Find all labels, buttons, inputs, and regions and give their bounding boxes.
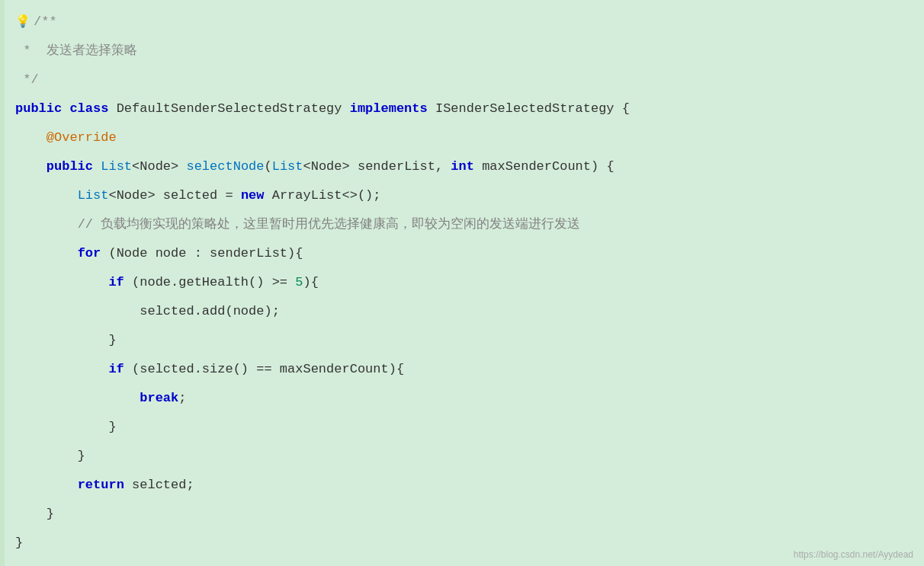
- code-token: ){: [303, 270, 318, 296]
- code-token: @Override: [47, 125, 117, 151]
- code-token: int: [451, 154, 474, 180]
- code-token: selectNode: [186, 154, 264, 180]
- code-token: selcted;: [124, 472, 194, 498]
- code-lines: 💡/** * 发送者选择策略 */public class DefaultSen…: [0, 8, 924, 558]
- code-token: ;: [178, 385, 186, 411]
- code-token: }: [15, 443, 85, 469]
- code-line-15: }: [0, 413, 924, 442]
- code-token: ISenderSelectedStrategy {: [428, 96, 630, 122]
- code-token: return: [78, 472, 124, 498]
- code-token: <Node>: [132, 154, 186, 180]
- code-token: <Node> selcted =: [108, 183, 240, 209]
- code-token: if: [108, 270, 124, 296]
- code-line-11: selcted.add(node);: [0, 297, 924, 326]
- code-token: implements: [350, 96, 428, 122]
- code-token: (selcted.size() == maxSenderCount){: [124, 357, 404, 382]
- code-token: ArrayList<>();: [264, 183, 380, 209]
- code-token: selcted.add(node);: [15, 299, 280, 325]
- code-line-7: List<Node> selcted = new ArrayList<>();: [0, 181, 924, 210]
- code-token: public: [47, 154, 93, 180]
- code-token: [15, 357, 108, 382]
- code-token: class: [69, 96, 108, 122]
- code-token: DefaultSenderSelectedStrategy: [108, 96, 349, 122]
- code-token: List: [101, 154, 132, 180]
- code-token: [15, 385, 140, 411]
- code-line-6: public List<Node> selectNode(List<Node> …: [0, 152, 924, 181]
- code-token: List: [78, 183, 109, 209]
- code-line-2: * 发送者选择策略: [0, 37, 924, 66]
- code-line-14: break;: [0, 384, 924, 413]
- code-token: public: [15, 96, 62, 122]
- code-line-17: return selcted;: [0, 471, 924, 500]
- code-token: (: [265, 154, 272, 180]
- code-token: }: [15, 501, 54, 527]
- code-token: (Node node : senderList){: [101, 241, 303, 267]
- code-line-1: 💡/**: [0, 8, 924, 37]
- code-token: <Node> senderList,: [303, 154, 451, 180]
- code-token: [15, 212, 78, 238]
- code-token: 5: [295, 270, 303, 296]
- code-line-19: }: [0, 529, 924, 558]
- code-token: /**: [34, 9, 57, 35]
- code-token: */: [15, 67, 39, 93]
- code-token: * 发送者选择策略: [15, 38, 137, 64]
- code-token: new: [241, 183, 265, 209]
- code-line-16: }: [0, 442, 924, 471]
- code-token: [15, 125, 47, 151]
- code-token: [15, 183, 78, 209]
- code-token: }: [15, 328, 117, 353]
- code-line-18: }: [0, 500, 924, 529]
- code-line-13: if (selcted.size() == maxSenderCount){: [0, 355, 924, 384]
- code-token: }: [15, 414, 117, 440]
- code-line-3: */: [0, 66, 924, 94]
- code-token: [62, 96, 69, 122]
- code-token: }: [15, 530, 23, 556]
- code-token: maxSenderCount) {: [474, 154, 614, 180]
- code-token: for: [78, 241, 101, 267]
- code-line-12: }: [0, 326, 924, 355]
- code-token: break: [140, 385, 178, 411]
- code-line-10: if (node.getHealth() >= 5){: [0, 268, 924, 297]
- code-token: [15, 241, 78, 267]
- code-token: List: [272, 154, 303, 180]
- code-token: [15, 154, 47, 180]
- code-line-4: public class DefaultSenderSelectedStrate…: [0, 94, 924, 123]
- code-token: if: [108, 357, 124, 382]
- code-line-5: @Override: [0, 123, 924, 152]
- code-line-9: for (Node node : senderList){: [0, 239, 924, 268]
- code-token: // 负载均衡实现的策略处，这里暂时用优先选择健康高，即较为空闲的发送端进行发送: [78, 212, 581, 238]
- code-token: [93, 154, 101, 180]
- code-line-8: // 负载均衡实现的策略处，这里暂时用优先选择健康高，即较为空闲的发送端进行发送: [0, 210, 924, 239]
- watermark: https://blog.csdn.net/Ayydead: [794, 549, 913, 560]
- code-token: [15, 270, 108, 296]
- code-token: [15, 472, 78, 498]
- left-border: [0, 0, 5, 566]
- code-token: (node.getHealth() >=: [124, 270, 295, 296]
- lightbulb-icon: 💡: [15, 9, 30, 35]
- code-container: 💡/** * 发送者选择策略 */public class DefaultSen…: [0, 0, 924, 566]
